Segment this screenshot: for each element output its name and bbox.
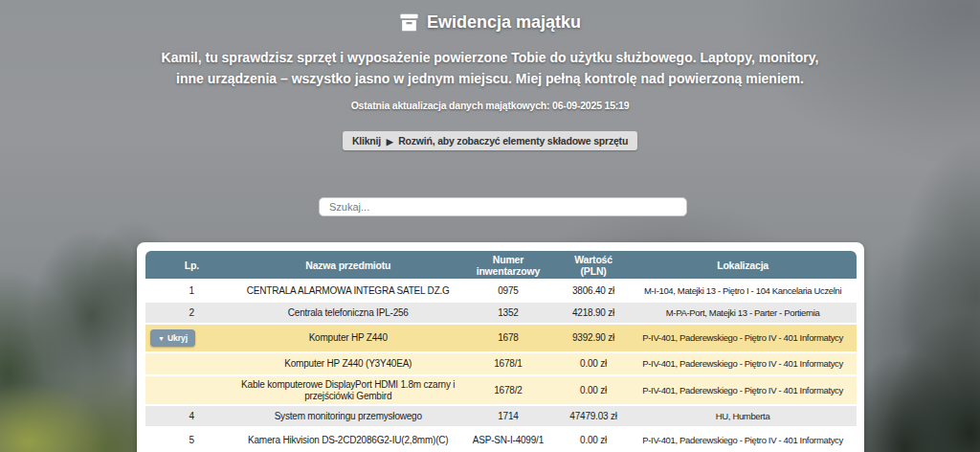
cell-inventory-number: 1678/2: [458, 383, 558, 398]
cell-location: M-I-104, Matejki 13 - Piętro I - 104 Kan…: [629, 283, 857, 299]
collapse-button-label: Ukryj: [167, 333, 188, 343]
hint-prefix: Kliknij: [352, 135, 381, 147]
last-update-text: Ostatnia aktualizacja danych majątkowych…: [0, 100, 980, 111]
cell-lp: [145, 362, 238, 366]
page-title-text: Ewidencja majątku: [427, 12, 581, 33]
cell-inventory-number: ASP-SN-I-4099/1: [458, 433, 558, 448]
cell-value: 0.00 zł: [558, 433, 629, 448]
expand-hint-badge: Kliknij ▶ Rozwiń, aby zobaczyć elementy …: [343, 131, 637, 150]
cell-lp: 5: [145, 433, 238, 448]
triangle-down-icon: ▼: [158, 335, 165, 342]
collapse-row-button[interactable]: ▼ Ukryj: [150, 329, 195, 347]
cell-inventory-number: 1678: [458, 330, 558, 346]
cell-lp: ▼ Ukryj 3: [145, 330, 238, 346]
cell-location: HU, Humberta: [629, 409, 857, 424]
column-header-name: Nazwa przedmiotu: [238, 258, 458, 273]
archive-box-icon: [399, 13, 419, 32]
cell-location: P-IV-401, Paderewskiego - Piętro IV - 40…: [629, 356, 857, 372]
cell-value: 3806.40 zł: [558, 283, 629, 299]
cell-lp: 4: [145, 409, 238, 424]
page-title: Ewidencja majątku: [0, 12, 980, 33]
table-row: 2 Centrala telefoniczna IPL-256 1352 421…: [145, 303, 857, 325]
cell-name: Centrala telefoniczna IPL-256: [238, 305, 458, 321]
cell-value: 0.00 zł: [558, 383, 629, 398]
intro-text: Kamil, tu sprawdzisz sprzęt i wyposażeni…: [155, 48, 825, 89]
cell-lp: [145, 389, 238, 393]
cell-location: P-IV-401, Paderewskiego - Piętro IV - 40…: [629, 433, 857, 448]
search-input[interactable]: [319, 197, 687, 216]
play-icon: ▶: [387, 137, 393, 147]
cell-value: 47479.03 zł: [558, 409, 629, 424]
cell-value: 4218.90 zł: [558, 305, 629, 321]
cell-name: CENTRALA ALARMOWA INTEGRA SATEL DZ.G: [238, 283, 458, 299]
cell-value: 9392.90 zł: [558, 330, 629, 346]
cell-name: Komputer HP Z440 (Y3Y40EA): [238, 356, 458, 372]
table-subrow: Kable komputerowe DisplayPort HDMI 1.8m …: [145, 376, 857, 406]
cell-value: 0.00 zł: [558, 356, 629, 372]
cell-location: M-PA-Port, Matejki 13 - Parter - Portier…: [629, 305, 857, 321]
assets-table-card: Lp. Nazwa przedmiotu Numer inwentarzowy …: [137, 242, 864, 452]
table-row: 1 CENTRALA ALARMOWA INTEGRA SATEL DZ.G 0…: [145, 281, 857, 303]
cell-inventory-number: 0975: [458, 283, 558, 299]
cell-inventory-number: 1352: [458, 305, 558, 321]
cell-location: P-IV-401, Paderewskiego - Piętro IV - 40…: [629, 383, 857, 398]
table-subrow: Komputer HP Z440 (Y3Y40EA) 1678/1 0.00 z…: [145, 353, 857, 376]
column-header-location: Lokalizacja: [629, 258, 857, 273]
table-row: 5 Kamera Hikvision DS-2CD2086G2-IU(2,8mm…: [145, 428, 857, 452]
cell-inventory-number: 1678/1: [458, 356, 558, 372]
cell-location: P-IV-401, Paderewskiego - Piętro IV - 40…: [629, 330, 857, 346]
cell-inventory-number: 1714: [458, 409, 558, 424]
table-row: 4 System monitoringu przemysłowego 1714 …: [145, 406, 857, 428]
table-header-row: Lp. Nazwa przedmiotu Numer inwentarzowy …: [145, 251, 857, 281]
table-row-expanded: ▼ Ukryj 3 Komputer HP Z440 1678 9392.90 …: [145, 325, 857, 353]
column-header-inventory-number: Numer inwentarzowy: [458, 252, 558, 279]
cell-lp: 1: [145, 283, 238, 299]
cell-name: Komputer HP Z440: [238, 330, 458, 346]
column-header-lp: Lp.: [145, 258, 238, 273]
cell-lp: 2: [145, 305, 238, 321]
hero-section: Ewidencja majątku Kamil, tu sprawdzisz s…: [0, 0, 980, 150]
cell-name: System monitoringu przemysłowego: [238, 409, 458, 424]
hint-text: Rozwiń, aby zobaczyć elementy składowe s…: [398, 135, 628, 147]
cell-name: Kamera Hikvision DS-2CD2086G2-IU(2,8mm)(…: [238, 433, 458, 448]
cell-name: Kable komputerowe DisplayPort HDMI 1.8m …: [238, 377, 458, 404]
column-header-value: Wartość (PLN): [558, 252, 629, 279]
